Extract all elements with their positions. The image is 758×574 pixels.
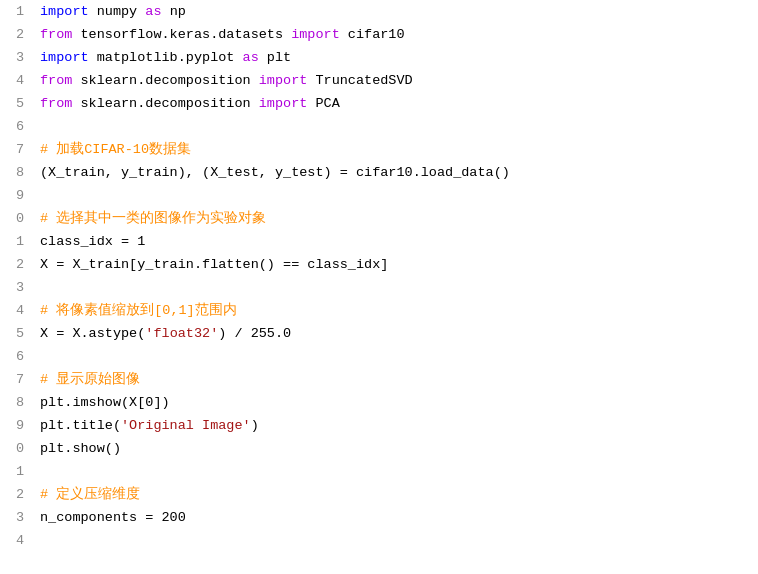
- code-line: [40, 276, 758, 299]
- code-line: import matplotlib.pyplot as plt: [40, 46, 758, 69]
- code-line: plt.show(): [40, 437, 758, 460]
- code-line: # 加载CIFAR-10数据集: [40, 138, 758, 161]
- line-number: 8: [4, 161, 24, 184]
- line-number: 9: [4, 414, 24, 437]
- code-line: # 定义压缩维度: [40, 483, 758, 506]
- line-number: 2: [4, 253, 24, 276]
- line-number: 9: [4, 184, 24, 207]
- code-line: [40, 460, 758, 483]
- code-line: from sklearn.decomposition import Trunca…: [40, 69, 758, 92]
- line-number: 1: [4, 0, 24, 23]
- line-number: 8: [4, 391, 24, 414]
- line-number: 1: [4, 460, 24, 483]
- code-line: [40, 184, 758, 207]
- code-line: plt.title('Original Image'): [40, 414, 758, 437]
- code-line: # 选择其中一类的图像作为实验对象: [40, 207, 758, 230]
- line-number: 3: [4, 506, 24, 529]
- code-line: from sklearn.decomposition import PCA: [40, 92, 758, 115]
- code-line: class_idx = 1: [40, 230, 758, 253]
- code-line: [40, 529, 758, 552]
- line-number: 4: [4, 529, 24, 552]
- code-line: from tensorflow.keras.datasets import ci…: [40, 23, 758, 46]
- line-number: 5: [4, 322, 24, 345]
- line-number: 7: [4, 368, 24, 391]
- line-number: 4: [4, 69, 24, 92]
- line-number: 0: [4, 207, 24, 230]
- code-line: import numpy as np: [40, 0, 758, 23]
- code-content[interactable]: import numpy as npfrom tensorflow.keras.…: [32, 0, 758, 574]
- code-line: X = X.astype('float32') / 255.0: [40, 322, 758, 345]
- line-numbers: 123456789012345678901234: [0, 0, 32, 574]
- code-line: (X_train, y_train), (X_test, y_test) = c…: [40, 161, 758, 184]
- code-line: [40, 345, 758, 368]
- line-number: 2: [4, 483, 24, 506]
- code-line: [40, 115, 758, 138]
- line-number: 3: [4, 276, 24, 299]
- line-number: 6: [4, 345, 24, 368]
- code-line: # 将像素值缩放到[0,1]范围内: [40, 299, 758, 322]
- line-number: 5: [4, 92, 24, 115]
- line-number: 4: [4, 299, 24, 322]
- code-line: plt.imshow(X[0]): [40, 391, 758, 414]
- line-number: 7: [4, 138, 24, 161]
- line-number: 0: [4, 437, 24, 460]
- line-number: 1: [4, 230, 24, 253]
- code-line: # 显示原始图像: [40, 368, 758, 391]
- line-number: 6: [4, 115, 24, 138]
- line-number: 2: [4, 23, 24, 46]
- code-line: X = X_train[y_train.flatten() == class_i…: [40, 253, 758, 276]
- line-number: 3: [4, 46, 24, 69]
- code-editor: 123456789012345678901234 import numpy as…: [0, 0, 758, 574]
- code-line: n_components = 200: [40, 506, 758, 529]
